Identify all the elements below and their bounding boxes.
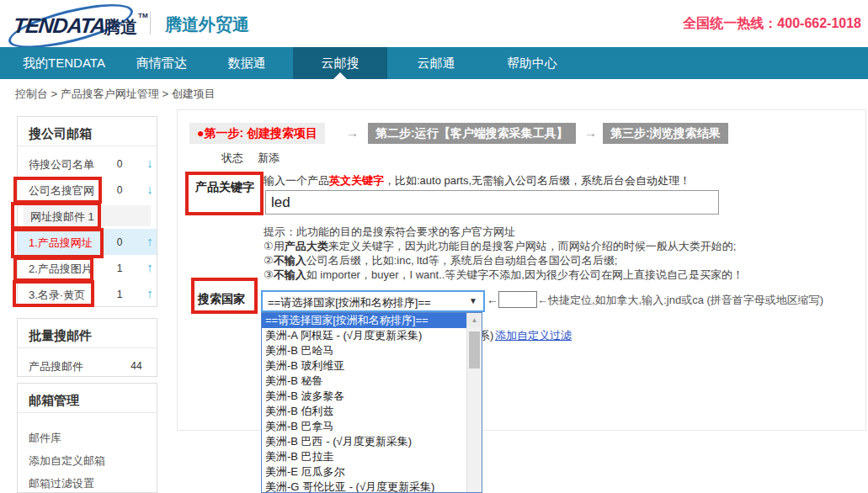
item-label: 2.产品搜图片: [29, 262, 93, 277]
tip-line-4: ③不输入如 importer，buyer，I want..等关键字不添加,因为很…: [264, 268, 819, 282]
sidebar-item-mailbox-filter-settings[interactable]: 邮箱过滤设置: [18, 469, 157, 491]
sidebar-item-directory-yellowpages[interactable]: 3.名录·黄页 1 ↑: [18, 281, 157, 307]
nav-item-data-tong[interactable]: 数据通: [217, 47, 276, 79]
dropdown-scrollbar[interactable]: ▲: [466, 313, 482, 492]
product-keyword-label: 产品关键字: [195, 180, 254, 195]
logo-divider: [150, 12, 151, 34]
dropdown-option[interactable]: 美洲-B 巴拿马: [262, 419, 482, 434]
quick-locate-input[interactable]: [498, 291, 537, 308]
quick-locate-hint: ←快捷定位,如加拿大,输入:jnd或ca (拼音首字母或地区缩写): [537, 293, 823, 308]
dropdown-option[interactable]: 美洲-E 厄瓜多尔: [262, 464, 482, 480]
logo-text-cn: 腾道: [104, 16, 137, 39]
flow-arrow-icon: →: [584, 125, 597, 140]
up-arrow-icon[interactable]: ↑: [141, 286, 158, 300]
item-count: 0: [109, 236, 130, 248]
sidebar-title: 批量搜邮件: [29, 328, 92, 344]
status-value: 新添: [258, 151, 280, 166]
hint-pre: 输入一个产品: [264, 174, 329, 187]
sidebar-item-mail-library[interactable]: 邮件库: [18, 424, 157, 446]
item-label: 添加自定义邮箱: [29, 453, 105, 469]
country-select[interactable]: ==请选择国家[按洲和名称排序]== ▼: [261, 290, 485, 312]
hint-em: 英文关键字: [329, 174, 384, 187]
sidebar-section-mailbox-management: 邮箱管理 邮件库 添加自定义邮箱 邮箱过滤设置: [17, 383, 157, 493]
product-keyword-input[interactable]: [265, 190, 719, 215]
product-name: 腾道外贸通: [165, 13, 249, 36]
item-label: 网址搜邮件 1: [30, 209, 94, 225]
left-arrow-icon: ←: [537, 294, 548, 306]
item-label: 1.产品搜网址: [29, 236, 93, 251]
chevron-down-icon: ▼: [469, 296, 477, 305]
dropdown-option[interactable]: 美洲-B 巴拉圭: [262, 449, 482, 464]
hotline-text: 全国统一热线：400-662-1018: [683, 15, 861, 33]
tip-post: 公司名后缀，比如:inc, ltd等，系统后台自动组合各国公司名后缀;: [306, 254, 618, 267]
flow-arrow-icon: →: [346, 125, 359, 140]
nav-item-help-center[interactable]: 帮助中心: [499, 47, 565, 79]
tip-line-1: 提示：此功能的目的是搜索符合要求的客户官方网址: [264, 225, 819, 239]
sidebar-item-company-name-search[interactable]: 公司名搜官网 0 ↓: [18, 177, 157, 203]
tips-block: 提示：此功能的目的是搜索符合要求的客户官方网址 ①用产品大类来定义关键字，因为此…: [264, 225, 819, 282]
divider: [18, 347, 157, 348]
sidebar-item-url-search-mail[interactable]: 网址搜邮件 1: [24, 205, 151, 226]
item-label: 公司名搜官网: [29, 183, 94, 199]
tip-bold: 产品大类: [285, 240, 328, 252]
nav-item-cloud-mail-tong[interactable]: 云邮通: [407, 47, 466, 79]
keyword-hint: 输入一个产品英文关键字，比如:auto parts,无需输入公司名后缀，系统后台…: [264, 173, 690, 188]
step-2-run-collector[interactable]: 第二步:运行【客户端搜索采集工具】: [368, 123, 576, 144]
item-label: 邮箱过滤设置: [29, 476, 94, 491]
item-count: 1: [109, 289, 130, 300]
divider: [18, 146, 157, 146]
sidebar-item-product-search-image[interactable]: 2.产品搜图片 1 ↑: [18, 255, 157, 281]
dropdown-option[interactable]: 美洲-G 哥伦比亚 - (√月度更新采集): [262, 480, 482, 493]
quick-hint-text: 快捷定位,如加拿大,输入:jnd或ca (拼音首字母或地区缩写): [548, 294, 823, 306]
item-count: 1: [109, 262, 130, 274]
step-3-browse-results[interactable]: 第三步:浏览搜索结果: [603, 123, 728, 144]
top-header: TENDATA 腾道 TM 腾道外贸通 全国统一热线：400-662-1018: [0, 0, 868, 47]
dropdown-option[interactable]: 美洲-B 巴哈马: [262, 343, 482, 358]
dropdown-option[interactable]: 美洲-A 阿根廷 - (√月度更新采集): [262, 328, 482, 343]
step-1-create-project[interactable]: ●第一步: 创建搜索项目: [189, 123, 325, 144]
item-count: 44: [125, 360, 147, 372]
sidebar-item-add-custom-mailbox[interactable]: 添加自定义邮箱: [18, 447, 157, 469]
tip-pre: ②: [264, 254, 274, 267]
dropdown-option[interactable]: 美洲-B 伯利兹: [262, 404, 482, 419]
app-screen: TENDATA 腾道 TM 腾道外贸通 全国统一热线：400-662-1018 …: [0, 0, 868, 493]
country-dropdown-list: ==请选择国家[按洲和名称排序]== 美洲-A 阿根廷 - (√月度更新采集) …: [261, 312, 482, 493]
status-label: 状态: [221, 151, 243, 166]
dropdown-option[interactable]: 美洲-B 秘鲁: [262, 374, 482, 389]
country-select-value: ==请选择国家[按洲和名称排序]==: [268, 295, 431, 310]
sidebar-item-product-search-url[interactable]: 1.产品搜网址 0 ↑: [18, 229, 157, 255]
logo-trademark: TM: [138, 12, 148, 19]
item-label: 3.名录·黄页: [29, 288, 85, 303]
item-count: 0: [109, 184, 130, 196]
down-arrow-icon[interactable]: ↓: [141, 182, 158, 196]
tip-bold: 不输入: [274, 268, 306, 281]
main-nav: 我的TENDATA 商情雷达 数据通 云邮搜 云邮通 帮助中心: [0, 47, 868, 79]
tip-bold: 不输入: [274, 254, 306, 267]
down-arrow-icon[interactable]: ↓: [141, 156, 158, 170]
sidebar-item-product-search-mail[interactable]: 产品搜邮件 44: [18, 353, 157, 379]
add-custom-filter-link[interactable]: 添加自定义过滤: [495, 328, 572, 343]
breadcrumb[interactable]: 控制台 > 产品搜客户网址管理 > 创建项目: [15, 87, 216, 102]
sidebar-item-pending-company-list[interactable]: 待搜公司名单 0 ↓: [18, 151, 157, 177]
item-label: 邮件库: [29, 431, 61, 446]
sidebar-section-batch-mail: 批量搜邮件 产品搜邮件 44: [17, 318, 157, 377]
nav-item-business-radar[interactable]: 商情雷达: [126, 47, 197, 79]
active-tab-caret-icon: [333, 72, 347, 79]
up-arrow-icon[interactable]: ↑: [141, 234, 158, 248]
nav-item-my-tendata[interactable]: 我的TENDATA: [12, 47, 116, 79]
dropdown-option[interactable]: 美洲-B 玻利维亚: [262, 358, 482, 374]
up-arrow-icon[interactable]: ↑: [141, 260, 158, 274]
sidebar-title: 搜公司邮箱: [29, 126, 92, 142]
item-label: 产品搜邮件: [29, 359, 83, 374]
tendata-logo: TENDATA 腾道 TM: [5, 3, 140, 44]
search-country-label: 搜索国家: [198, 292, 245, 307]
tip-line-3: ②不输入公司名后缀，比如:inc, ltd等，系统后台自动组合各国公司名后缀;: [264, 253, 819, 268]
item-count: 0: [109, 158, 130, 170]
scrollbar-thumb[interactable]: [469, 331, 480, 368]
divider: [18, 412, 157, 413]
scroll-up-icon[interactable]: ▲: [467, 313, 482, 327]
dropdown-option[interactable]: 美洲-B 巴西 - (√月度更新采集): [262, 434, 482, 449]
dropdown-option[interactable]: 美洲-B 波多黎各: [262, 389, 482, 404]
dropdown-option[interactable]: ==请选择国家[按洲和名称排序]==: [262, 313, 482, 328]
sidebar-title: 邮箱管理: [29, 393, 79, 409]
